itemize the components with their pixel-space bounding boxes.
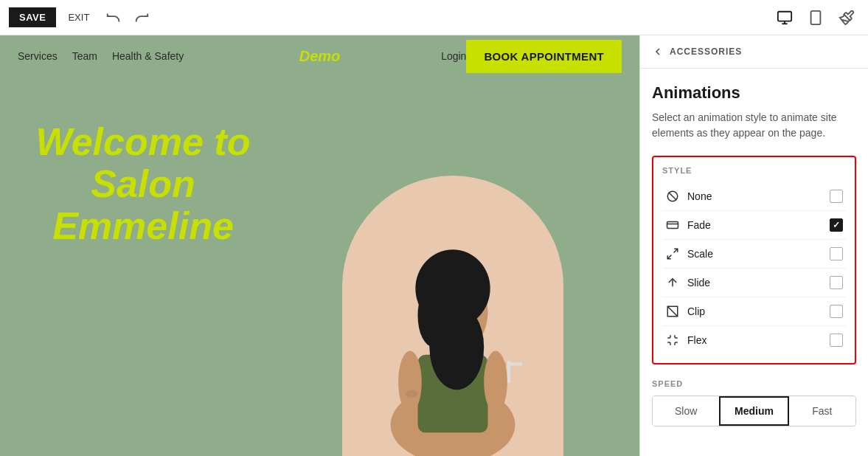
speed-buttons-group: Slow Medium Fast: [652, 395, 856, 426]
undo-redo-group: [101, 5, 154, 30]
clip-icon: [665, 304, 680, 319]
nav-link-services[interactable]: Services: [18, 50, 58, 62]
hero-arch: [342, 176, 563, 456]
style-flex-checkbox[interactable]: [830, 334, 843, 347]
nav-links: Services Team Health & Safety: [18, 50, 184, 62]
nav-right: Login BOOK APPOINTMENT: [441, 40, 622, 73]
main-area: Services Team Health & Safety Demo Login…: [0, 35, 868, 456]
nav-link-team[interactable]: Team: [72, 50, 97, 62]
style-option-slide-label: Slide: [687, 277, 710, 289]
undo-button[interactable]: [101, 5, 126, 30]
svg-point-12: [398, 351, 422, 413]
svg-rect-3: [811, 10, 821, 24]
mobile-view-button[interactable]: [803, 5, 828, 30]
desktop-view-button[interactable]: [772, 5, 797, 30]
style-option-scale[interactable]: Scale: [662, 240, 846, 269]
style-fade-checkbox[interactable]: [830, 218, 843, 232]
book-appointment-button[interactable]: BOOK APPOINTMENT: [466, 40, 622, 73]
speed-section-label: SPEED: [652, 379, 856, 388]
nav-logo: Demo: [299, 48, 341, 65]
preview-area: Services Team Health & Safety Demo Login…: [0, 35, 639, 456]
style-option-fade[interactable]: Fade: [662, 211, 846, 240]
preview-hero: Welcome to Salon Emmeline: [0, 77, 639, 456]
nav-login[interactable]: Login: [441, 50, 466, 62]
slide-icon: [665, 275, 680, 290]
svg-rect-18: [515, 362, 517, 365]
style-option-none[interactable]: None: [662, 182, 846, 211]
none-icon: [665, 189, 680, 204]
svg-rect-17: [513, 362, 515, 365]
style-option-fade-label: Fade: [687, 219, 711, 231]
style-option-slide[interactable]: Slide: [662, 269, 846, 297]
style-none-checkbox[interactable]: [830, 190, 843, 203]
fade-icon: [665, 218, 680, 232]
save-button[interactable]: SAVE: [9, 7, 56, 27]
svg-point-21: [405, 390, 417, 398]
style-option-scale-label: Scale: [687, 248, 713, 260]
svg-line-27: [667, 255, 671, 259]
toolbar: SAVE EXIT: [0, 0, 868, 35]
nav-link-health-safety[interactable]: Health & Safety: [112, 50, 184, 62]
panel-header-title: ACCESSORIES: [670, 46, 742, 57]
svg-rect-24: [667, 222, 678, 229]
speed-medium-button[interactable]: Medium: [719, 396, 788, 426]
svg-line-30: [667, 306, 678, 317]
speed-fast-button[interactable]: Fast: [789, 396, 855, 426]
style-options-box: STYLE None: [652, 156, 856, 365]
panel-body: Animations Select an animation style to …: [640, 69, 868, 441]
svg-line-26: [674, 249, 678, 252]
style-option-clip[interactable]: Clip: [662, 297, 846, 326]
svg-rect-14: [499, 362, 505, 390]
style-option-flex[interactable]: Flex: [662, 326, 846, 354]
style-clip-checkbox[interactable]: [830, 305, 843, 318]
svg-line-23: [669, 193, 677, 201]
svg-rect-16: [510, 362, 513, 365]
paint-brush-button[interactable]: [834, 5, 859, 30]
panel-header: ACCESSORIES: [640, 35, 868, 69]
svg-rect-20: [519, 362, 521, 365]
style-scale-checkbox[interactable]: [830, 247, 843, 260]
style-section-label: STYLE: [662, 166, 846, 175]
right-panel: ACCESSORIES Animations Select an animati…: [639, 35, 868, 456]
style-option-none-label: None: [687, 190, 712, 202]
style-option-clip-label: Clip: [687, 305, 705, 317]
hero-text: Welcome to Salon Emmeline: [18, 106, 268, 248]
exit-button[interactable]: EXIT: [62, 7, 95, 27]
panel-description: Select an animation style to animate sit…: [652, 110, 856, 141]
speed-slow-button[interactable]: Slow: [653, 396, 719, 426]
hero-title: Welcome to Salon Emmeline: [18, 121, 268, 248]
style-option-flex-label: Flex: [687, 334, 706, 346]
scale-icon: [665, 246, 680, 261]
redo-button[interactable]: [129, 5, 154, 30]
svg-rect-15: [507, 361, 510, 383]
svg-point-11: [429, 304, 484, 390]
flex-icon: [665, 333, 680, 348]
preview-nav: Services Team Health & Safety Demo Login…: [0, 35, 639, 77]
style-slide-checkbox[interactable]: [830, 276, 843, 289]
hero-image-container: [283, 106, 622, 456]
panel-section-title: Animations: [652, 83, 856, 103]
svg-rect-0: [778, 11, 791, 21]
svg-rect-19: [517, 362, 519, 365]
panel-back-button[interactable]: [652, 46, 664, 58]
hero-person-image: [342, 176, 563, 456]
